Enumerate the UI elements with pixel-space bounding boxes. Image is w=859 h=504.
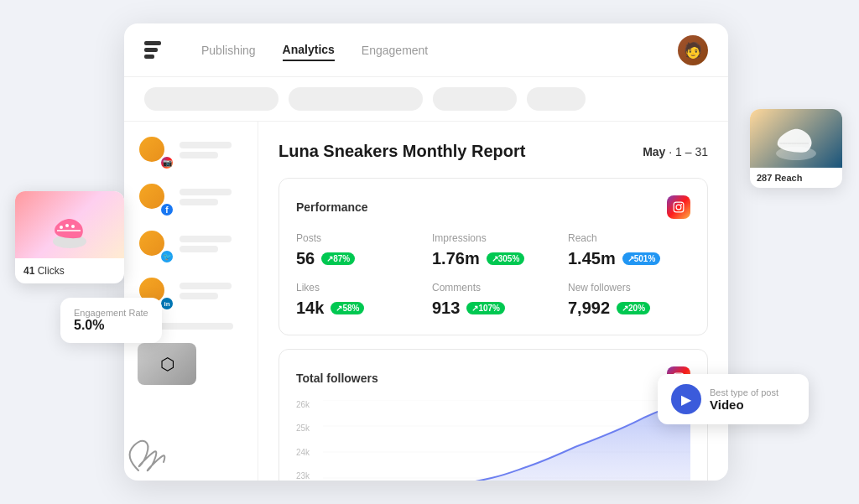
metric-reach-number: 1.45m <box>568 249 616 268</box>
sidebar-line-6 <box>180 246 218 252</box>
metric-impressions-label: Impressions <box>432 232 554 244</box>
y-label-26k: 26k <box>296 400 321 409</box>
tab-analytics[interactable]: Analytics <box>283 39 335 61</box>
report-header: Luna Sneakers Monthly Report May · 1 – 3… <box>279 142 708 161</box>
metric-comments-value: 913 ↗107% <box>432 299 554 318</box>
svg-point-1 <box>676 205 681 210</box>
chart-area: 26k 25k 24k 23k 22k <box>296 400 690 481</box>
performance-title: Performance <box>296 200 368 214</box>
metric-reach-label: Reach <box>568 232 690 244</box>
li-badge: in <box>159 296 174 311</box>
y-label-25k: 25k <box>296 423 321 433</box>
metric-impressions: Impressions 1.76m ↗305% <box>432 232 554 268</box>
metric-likes-number: 14k <box>296 299 324 318</box>
avatar-stack-tw: 🐦 <box>138 229 171 262</box>
metric-impressions-value: 1.76m ↗305% <box>432 249 554 268</box>
performance-header: Performance <box>296 195 690 219</box>
performance-grid: Posts 56 ↗87% Impressions 1.76m ↗305% <box>296 232 690 318</box>
filter-extra[interactable] <box>527 87 586 111</box>
reach-footer: 287 Reach <box>750 168 842 188</box>
instagram-icon <box>667 195 690 219</box>
engagement-label: Engagement Rate <box>74 308 148 318</box>
followers-chart-card: Total followers 26k 25k 24k <box>279 349 708 481</box>
svg-point-14 <box>71 225 75 228</box>
sidebar-item-twitter[interactable]: 🐦 <box>138 229 244 262</box>
avatar-stack-ig: 📷 <box>138 135 171 169</box>
metric-posts-badge: ↗87% <box>321 252 355 265</box>
best-post-card: ▶ Best type of post Video <box>658 374 809 424</box>
sidebar-line-3 <box>180 189 232 195</box>
sidebar-line-5 <box>180 236 232 242</box>
doodle-scribble <box>122 420 189 479</box>
reach-sneaker-svg <box>771 113 821 164</box>
best-post-icon: ▶ <box>671 384 701 414</box>
app-logo <box>144 41 161 59</box>
clicks-count: 41 <box>23 265 34 277</box>
ig-badge: 📷 <box>159 155 174 170</box>
sidebar-text-fb <box>180 189 244 209</box>
filter-bar <box>124 77 728 122</box>
sidebar-line-1 <box>180 142 232 148</box>
report-title: Luna Sneakers Monthly Report <box>279 142 526 161</box>
svg-point-13 <box>65 224 69 227</box>
tab-publishing[interactable]: Publishing <box>201 40 256 60</box>
user-avatar[interactable]: 🧑 <box>678 35 708 65</box>
sidebar-text-li <box>180 283 244 303</box>
fb-badge: f <box>159 202 174 217</box>
sidebar-line-4 <box>180 199 218 205</box>
clicks-label: Clicks <box>38 265 65 277</box>
tab-engagement[interactable]: Engagement <box>362 40 428 60</box>
chart-header: Total followers <box>296 366 690 390</box>
sidebar-text-ig <box>180 142 244 162</box>
metric-likes-label: Likes <box>296 282 419 294</box>
sidebar-line-7 <box>180 283 232 289</box>
y-label-23k: 23k <box>296 471 321 481</box>
filter-profile[interactable] <box>289 87 423 111</box>
metric-likes-value: 14k ↗58% <box>296 299 419 318</box>
sidebar-item-facebook[interactable]: f <box>138 182 244 216</box>
engagement-rate-card: Engagement Rate 5.0% <box>60 298 162 343</box>
best-post-label: Best type of post <box>710 387 778 397</box>
metric-reach-value: 1.45m ↗501% <box>568 249 690 268</box>
main-report-content: Luna Sneakers Monthly Report May · 1 – 3… <box>258 122 728 481</box>
chart-svg <box>323 400 690 481</box>
performance-card: Performance Posts 56 <box>279 178 708 335</box>
best-post-value: Video <box>710 397 778 412</box>
metric-comments: Comments 913 ↗107% <box>432 282 554 318</box>
main-dashboard-card: Publishing Analytics Engagement 🧑 📷 <box>124 23 728 481</box>
sidebar-item-instagram[interactable]: 📷 <box>138 135 244 169</box>
sidebar-line-8 <box>180 293 218 299</box>
report-date: May · 1 – 31 <box>643 145 708 158</box>
metric-likes: Likes 14k ↗58% <box>296 282 419 318</box>
engagement-value: 5.0% <box>74 318 148 333</box>
metric-comments-label: Comments <box>432 282 554 294</box>
metric-posts-label: Posts <box>296 232 419 244</box>
metric-comments-badge: ↗107% <box>466 302 505 314</box>
metric-reach: Reach 1.45m ↗501% <box>568 232 690 268</box>
sidebar-line-2 <box>180 152 218 158</box>
clicks-image <box>15 191 124 258</box>
top-navigation: Publishing Analytics Engagement 🧑 <box>124 23 728 77</box>
metric-posts-value: 56 ↗87% <box>296 249 419 268</box>
filter-type[interactable] <box>433 87 517 111</box>
reach-card: 287 Reach <box>750 109 842 188</box>
metric-followers-label: New followers <box>568 282 690 294</box>
metric-followers-value: 7,992 ↗20% <box>568 299 690 318</box>
metric-posts: Posts 56 ↗87% <box>296 232 419 268</box>
metric-followers: New followers 7,992 ↗20% <box>568 282 690 318</box>
content-area: 📷 f <box>124 122 728 481</box>
sidebar-thumbnail: ⬡ <box>138 343 196 385</box>
tw-badge: 🐦 <box>159 249 174 264</box>
svg-point-12 <box>60 226 63 229</box>
reach-image <box>750 109 842 168</box>
metric-likes-badge: ↗58% <box>331 302 364 314</box>
clicks-footer: 41 Clicks <box>15 258 124 283</box>
avatar-stack-fb: f <box>138 182 171 216</box>
metric-comments-number: 913 <box>432 299 460 318</box>
metric-posts-number: 56 <box>296 249 315 268</box>
metric-impressions-number: 1.76m <box>432 249 480 268</box>
metric-impressions-badge: ↗305% <box>487 252 525 265</box>
sidebar-text-tw <box>180 236 244 256</box>
filter-date[interactable] <box>144 87 279 111</box>
metric-followers-number: 7,992 <box>568 299 610 318</box>
